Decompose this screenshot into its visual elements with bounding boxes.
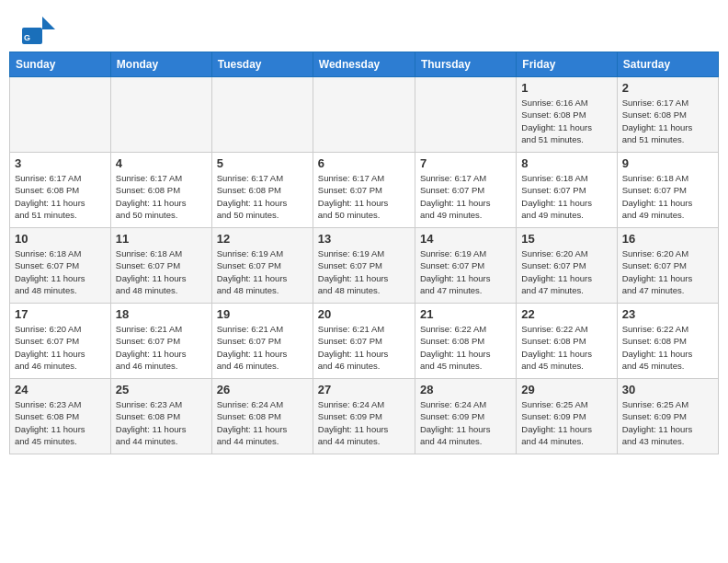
calendar-cell: 25Sunrise: 6:23 AM Sunset: 6:08 PM Dayli… (110, 379, 211, 454)
day-header-tuesday: Tuesday (211, 52, 313, 77)
day-info: Sunrise: 6:19 AM Sunset: 6:07 PM Dayligh… (318, 247, 410, 296)
day-number: 13 (318, 232, 410, 246)
day-number: 23 (622, 307, 713, 321)
week-row-5: 24Sunrise: 6:23 AM Sunset: 6:08 PM Dayli… (10, 379, 719, 454)
day-info: Sunrise: 6:22 AM Sunset: 6:08 PM Dayligh… (521, 323, 611, 372)
calendar-cell: 2Sunrise: 6:17 AM Sunset: 6:08 PM Daylig… (617, 77, 718, 153)
day-number: 27 (318, 383, 410, 396)
day-info: Sunrise: 6:22 AM Sunset: 6:08 PM Dayligh… (622, 323, 713, 372)
day-number: 4 (116, 156, 207, 170)
day-info: Sunrise: 6:17 AM Sunset: 6:08 PM Dayligh… (116, 172, 207, 221)
day-header-thursday: Thursday (415, 52, 516, 77)
day-info: Sunrise: 6:25 AM Sunset: 6:09 PM Dayligh… (521, 398, 611, 447)
week-row-2: 3Sunrise: 6:17 AM Sunset: 6:08 PM Daylig… (10, 153, 719, 228)
svg-text:G: G (24, 33, 30, 42)
day-info: Sunrise: 6:19 AM Sunset: 6:07 PM Dayligh… (420, 247, 511, 296)
logo-icon: G (22, 17, 55, 44)
day-info: Sunrise: 6:17 AM Sunset: 6:07 PM Dayligh… (318, 172, 410, 221)
calendar-cell: 28Sunrise: 6:24 AM Sunset: 6:09 PM Dayli… (415, 379, 516, 454)
calendar-cell: 19Sunrise: 6:21 AM Sunset: 6:07 PM Dayli… (211, 304, 313, 379)
week-row-1: 1Sunrise: 6:16 AM Sunset: 6:08 PM Daylig… (10, 77, 719, 153)
calendar-cell: 15Sunrise: 6:20 AM Sunset: 6:07 PM Dayli… (517, 228, 617, 304)
day-number: 2 (622, 81, 713, 95)
day-info: Sunrise: 6:18 AM Sunset: 6:07 PM Dayligh… (116, 247, 207, 296)
day-header-wednesday: Wednesday (313, 52, 415, 77)
day-number: 10 (15, 232, 106, 246)
logo: G (22, 17, 59, 44)
day-info: Sunrise: 6:16 AM Sunset: 6:08 PM Dayligh… (521, 97, 611, 145)
calendar-cell (415, 77, 516, 153)
day-number: 1 (521, 81, 611, 95)
day-info: Sunrise: 6:23 AM Sunset: 6:08 PM Dayligh… (116, 398, 207, 447)
page-header: G (0, 0, 728, 52)
calendar-cell: 27Sunrise: 6:24 AM Sunset: 6:09 PM Dayli… (313, 379, 415, 454)
day-info: Sunrise: 6:17 AM Sunset: 6:08 PM Dayligh… (15, 172, 106, 221)
calendar-cell: 16Sunrise: 6:20 AM Sunset: 6:07 PM Dayli… (617, 228, 718, 304)
day-number: 6 (318, 156, 410, 170)
calendar-cell: 6Sunrise: 6:17 AM Sunset: 6:07 PM Daylig… (313, 153, 415, 228)
calendar-cell: 23Sunrise: 6:22 AM Sunset: 6:08 PM Dayli… (617, 304, 718, 379)
day-info: Sunrise: 6:20 AM Sunset: 6:07 PM Dayligh… (521, 247, 611, 296)
day-info: Sunrise: 6:20 AM Sunset: 6:07 PM Dayligh… (622, 247, 713, 296)
day-info: Sunrise: 6:21 AM Sunset: 6:07 PM Dayligh… (318, 323, 410, 372)
calendar-cell: 21Sunrise: 6:22 AM Sunset: 6:08 PM Dayli… (415, 304, 516, 379)
day-number: 28 (420, 383, 511, 396)
day-number: 3 (15, 156, 106, 170)
day-info: Sunrise: 6:25 AM Sunset: 6:09 PM Dayligh… (622, 398, 713, 447)
day-number: 19 (217, 307, 308, 321)
calendar-cell: 1Sunrise: 6:16 AM Sunset: 6:08 PM Daylig… (517, 77, 617, 153)
svg-marker-1 (42, 17, 55, 29)
calendar-cell (110, 77, 211, 153)
calendar-header: SundayMondayTuesdayWednesdayThursdayFrid… (10, 52, 719, 77)
day-info: Sunrise: 6:17 AM Sunset: 6:07 PM Dayligh… (420, 172, 511, 221)
day-header-monday: Monday (110, 52, 211, 77)
day-info: Sunrise: 6:23 AM Sunset: 6:08 PM Dayligh… (15, 398, 106, 447)
day-number: 21 (420, 307, 511, 321)
day-number: 9 (622, 156, 713, 170)
calendar-cell: 14Sunrise: 6:19 AM Sunset: 6:07 PM Dayli… (415, 228, 516, 304)
day-info: Sunrise: 6:24 AM Sunset: 6:09 PM Dayligh… (318, 398, 410, 447)
calendar-cell: 9Sunrise: 6:18 AM Sunset: 6:07 PM Daylig… (617, 153, 718, 228)
day-info: Sunrise: 6:18 AM Sunset: 6:07 PM Dayligh… (15, 247, 106, 296)
day-number: 8 (521, 156, 611, 170)
calendar-table: SundayMondayTuesdayWednesdayThursdayFrid… (9, 52, 719, 454)
day-header-saturday: Saturday (617, 52, 718, 77)
day-header-friday: Friday (517, 52, 617, 77)
day-number: 7 (420, 156, 511, 170)
day-number: 16 (622, 232, 713, 246)
calendar-body: 1Sunrise: 6:16 AM Sunset: 6:08 PM Daylig… (10, 77, 719, 454)
calendar-cell: 26Sunrise: 6:24 AM Sunset: 6:08 PM Dayli… (211, 379, 313, 454)
calendar-cell: 10Sunrise: 6:18 AM Sunset: 6:07 PM Dayli… (10, 228, 111, 304)
calendar-cell: 5Sunrise: 6:17 AM Sunset: 6:08 PM Daylig… (211, 153, 313, 228)
day-info: Sunrise: 6:17 AM Sunset: 6:08 PM Dayligh… (217, 172, 308, 221)
day-number: 5 (217, 156, 308, 170)
day-info: Sunrise: 6:18 AM Sunset: 6:07 PM Dayligh… (622, 172, 713, 221)
day-number: 20 (318, 307, 410, 321)
day-info: Sunrise: 6:24 AM Sunset: 6:09 PM Dayligh… (420, 398, 511, 447)
week-row-4: 17Sunrise: 6:20 AM Sunset: 6:07 PM Dayli… (10, 304, 719, 379)
calendar-cell (313, 77, 415, 153)
calendar-cell: 7Sunrise: 6:17 AM Sunset: 6:07 PM Daylig… (415, 153, 516, 228)
day-header-sunday: Sunday (10, 52, 111, 77)
day-number: 24 (15, 383, 106, 396)
day-info: Sunrise: 6:18 AM Sunset: 6:07 PM Dayligh… (521, 172, 611, 221)
calendar-cell: 4Sunrise: 6:17 AM Sunset: 6:08 PM Daylig… (110, 153, 211, 228)
calendar-cell: 30Sunrise: 6:25 AM Sunset: 6:09 PM Dayli… (617, 379, 718, 454)
day-number: 29 (521, 383, 611, 396)
day-info: Sunrise: 6:22 AM Sunset: 6:08 PM Dayligh… (420, 323, 511, 372)
calendar-cell (211, 77, 313, 153)
day-number: 26 (217, 383, 308, 396)
day-info: Sunrise: 6:20 AM Sunset: 6:07 PM Dayligh… (15, 323, 106, 372)
day-number: 25 (116, 383, 207, 396)
header-row: SundayMondayTuesdayWednesdayThursdayFrid… (10, 52, 719, 77)
day-number: 14 (420, 232, 511, 246)
calendar-cell: 11Sunrise: 6:18 AM Sunset: 6:07 PM Dayli… (110, 228, 211, 304)
calendar-cell (10, 77, 111, 153)
day-number: 30 (622, 383, 713, 396)
calendar-cell: 20Sunrise: 6:21 AM Sunset: 6:07 PM Dayli… (313, 304, 415, 379)
calendar-cell: 13Sunrise: 6:19 AM Sunset: 6:07 PM Dayli… (313, 228, 415, 304)
day-info: Sunrise: 6:21 AM Sunset: 6:07 PM Dayligh… (116, 323, 207, 372)
day-number: 17 (15, 307, 106, 321)
day-info: Sunrise: 6:17 AM Sunset: 6:08 PM Dayligh… (622, 97, 713, 145)
week-row-3: 10Sunrise: 6:18 AM Sunset: 6:07 PM Dayli… (10, 228, 719, 304)
